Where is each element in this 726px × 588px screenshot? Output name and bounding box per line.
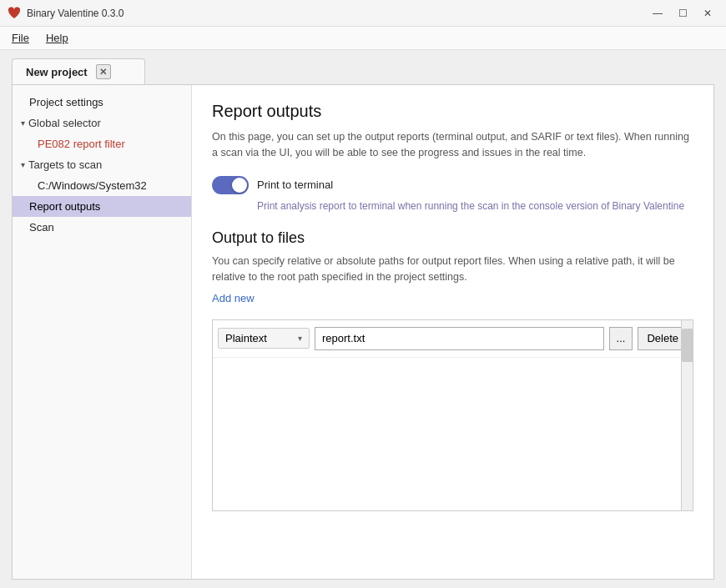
- pe082-filter-label: PE082 report filter: [38, 138, 125, 150]
- print-to-terminal-toggle[interactable]: [212, 176, 249, 194]
- sidebar-item-report-outputs[interactable]: Report outputs: [13, 196, 191, 217]
- menu-bar: File Help: [0, 27, 726, 50]
- tab-close-button[interactable]: ✕: [96, 64, 111, 79]
- sidebar-item-cwindows[interactable]: C:/Windows/System32: [13, 175, 191, 196]
- tab-new-project[interactable]: New project ✕: [12, 58, 145, 84]
- targets-to-scan-label: Targets to scan: [28, 158, 102, 171]
- sidebar-item-targets-to-scan[interactable]: ▾ Targets to scan: [13, 154, 191, 175]
- toggle-row: Print to terminal: [212, 176, 693, 194]
- sidebar-item-global-selector[interactable]: ▾ Global selector: [13, 113, 191, 133]
- chevron-icon: ▾: [21, 118, 25, 128]
- file-type-value: Plaintext: [225, 332, 267, 344]
- add-new-link[interactable]: Add new: [212, 292, 255, 304]
- main-area: New project ✕ Project settings ▾ Global …: [0, 50, 726, 588]
- output-files-description: You can specify relative or absolute pat…: [212, 254, 693, 285]
- sidebar: Project settings ▾ Global selector PE082…: [13, 85, 192, 579]
- app-icon: [7, 6, 22, 21]
- toggle-label: Print to terminal: [257, 178, 333, 191]
- scrollbar[interactable]: [681, 320, 693, 510]
- maximize-button[interactable]: ☐: [671, 4, 694, 23]
- menu-help[interactable]: Help: [39, 29, 75, 47]
- app-title: Binary Valentine 0.3.0: [27, 8, 124, 19]
- sidebar-item-pe082-filter[interactable]: PE082 report filter: [13, 133, 191, 154]
- title-bar-controls: — ☐ ✕: [646, 4, 719, 23]
- page-title: Report outputs: [212, 102, 693, 121]
- main-content: Report outputs On this page, you can set…: [192, 85, 713, 579]
- title-bar-left: Binary Valentine 0.3.0: [7, 6, 124, 21]
- chevron-down-icon: ▾: [298, 334, 302, 343]
- file-type-select[interactable]: Plaintext ▾: [218, 328, 310, 349]
- output-files-title: Output to files: [212, 229, 693, 247]
- title-bar: Binary Valentine 0.3.0 — ☐ ✕: [0, 0, 726, 27]
- scrollbar-thumb: [682, 329, 693, 362]
- sidebar-item-scan[interactable]: Scan: [13, 217, 191, 238]
- tab-container: New project ✕: [12, 58, 714, 84]
- file-browse-button[interactable]: ...: [609, 327, 633, 350]
- page-description: On this page, you can set up the output …: [212, 129, 693, 161]
- chevron-icon-2: ▾: [21, 160, 25, 169]
- global-selector-label: Global selector: [28, 117, 101, 129]
- sidebar-item-project-settings[interactable]: Project settings: [13, 92, 191, 113]
- close-button[interactable]: ✕: [696, 4, 719, 23]
- content-wrapper: Project settings ▾ Global selector PE082…: [12, 84, 714, 580]
- report-outputs-label: Report outputs: [29, 200, 100, 213]
- cwindows-label: C:/Windows/System32: [38, 179, 147, 192]
- project-settings-label: Project settings: [29, 96, 103, 108]
- scan-label: Scan: [29, 221, 54, 234]
- tab-title: New project: [26, 66, 88, 78]
- toggle-sublabel: Print analysis report to terminal when r…: [257, 199, 693, 214]
- file-row: Plaintext ▾ ... Delete: [213, 320, 693, 358]
- menu-file[interactable]: File: [5, 29, 36, 47]
- file-list-container: Plaintext ▾ ... Delete: [212, 319, 693, 511]
- file-path-input[interactable]: [315, 327, 604, 350]
- minimize-button[interactable]: —: [646, 4, 669, 23]
